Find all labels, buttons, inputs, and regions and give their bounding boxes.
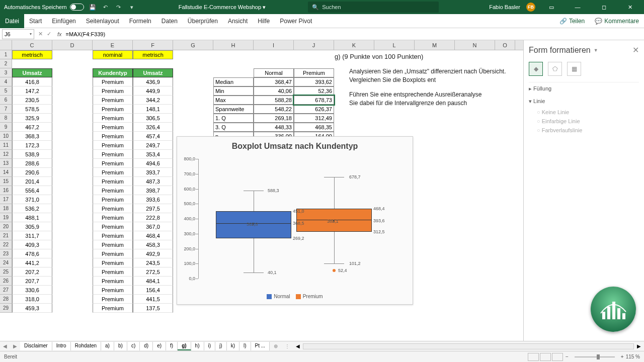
effects-icon[interactable]: ⬠ bbox=[548, 62, 562, 76]
cell[interactable]: 468,4 bbox=[133, 231, 173, 240]
zoom-in[interactable]: + bbox=[619, 354, 626, 359]
col-header-J[interactable]: J bbox=[294, 40, 334, 50]
cell[interactable]: nominal bbox=[93, 50, 133, 59]
cell[interactable]: Max bbox=[213, 96, 254, 105]
minimize-button[interactable]: — bbox=[568, 0, 588, 14]
accept-formula-icon[interactable]: ✓ bbox=[47, 31, 51, 37]
cell[interactable]: 269,18 bbox=[254, 114, 294, 123]
cell[interactable]: Premium bbox=[93, 213, 133, 222]
col-header-L[interactable]: L bbox=[374, 40, 415, 50]
cell[interactable]: 290,6 bbox=[12, 168, 52, 177]
view-normal[interactable] bbox=[528, 353, 539, 361]
save-icon[interactable]: 💾 bbox=[88, 3, 97, 12]
sheet-tab[interactable]: l) bbox=[239, 342, 251, 350]
cell[interactable]: 172,3 bbox=[12, 141, 52, 150]
row-header-24[interactable]: 24 bbox=[0, 258, 12, 267]
cell[interactable]: 478,6 bbox=[12, 249, 52, 258]
cell[interactable]: Umsatz bbox=[133, 68, 173, 77]
cell[interactable]: 492,9 bbox=[133, 249, 173, 258]
cell[interactable]: 393,6 bbox=[133, 195, 173, 204]
opt-solid-line[interactable]: Einfarbige Linie bbox=[529, 117, 639, 126]
tab-seitenlayout[interactable]: Seitenlayout bbox=[81, 14, 124, 28]
cell[interactable]: 409,3 bbox=[12, 240, 52, 249]
cell[interactable]: 325,9 bbox=[12, 114, 52, 123]
cell[interactable]: Premium bbox=[93, 204, 133, 213]
tab-ueberpruefen[interactable]: Überprüfen bbox=[183, 14, 223, 28]
spreadsheet-grid[interactable]: CDEFGHIJKLMNO 12345678910111213141516171… bbox=[0, 40, 523, 341]
row-header-6[interactable]: 6 bbox=[0, 96, 12, 105]
row-header-10[interactable]: 10 bbox=[0, 132, 12, 141]
cell[interactable]: Premium bbox=[93, 249, 133, 258]
cell[interactable]: 416,8 bbox=[12, 77, 52, 86]
cell[interactable]: 458,3 bbox=[133, 240, 173, 249]
search-box[interactable]: 🔍 Suchen bbox=[308, 2, 439, 13]
row-header-18[interactable]: 18 bbox=[0, 204, 12, 213]
sheet-tab[interactable]: k) bbox=[227, 342, 239, 350]
col-header-O[interactable]: O bbox=[495, 40, 515, 50]
cell[interactable]: 3. Q bbox=[213, 123, 254, 132]
sheet-tab[interactable]: j) bbox=[215, 342, 227, 350]
opt-gradient-line[interactable]: Farbverlaufslinie bbox=[529, 126, 639, 135]
cell[interactable]: Premium bbox=[93, 168, 133, 177]
row-header-15[interactable]: 15 bbox=[0, 177, 12, 186]
row-header-17[interactable]: 17 bbox=[0, 195, 12, 204]
row-header-13[interactable]: 13 bbox=[0, 159, 12, 168]
cell[interactable]: 222,8 bbox=[133, 213, 173, 222]
cell[interactable]: Premium bbox=[93, 277, 133, 286]
row-header-12[interactable]: 12 bbox=[0, 150, 12, 159]
boxplot-chart[interactable]: Boxplot Umsatz nach Kundentyp 0,0100,020… bbox=[177, 136, 413, 305]
cell[interactable]: 467,2 bbox=[12, 123, 52, 132]
qat-more-icon[interactable]: ▾ bbox=[127, 3, 136, 12]
section-line[interactable]: Linie bbox=[529, 95, 639, 108]
cell[interactable]: Median bbox=[213, 77, 254, 86]
cell[interactable]: 457,4 bbox=[133, 132, 173, 141]
cell[interactable]: 207,7 bbox=[12, 277, 52, 286]
cell[interactable]: 243,5 bbox=[133, 258, 173, 267]
cell[interactable]: 230,5 bbox=[12, 96, 52, 105]
cell[interactable]: 449,9 bbox=[133, 86, 173, 96]
pane-close-icon[interactable]: ✕ bbox=[632, 45, 639, 55]
tab-powerpivot[interactable]: Power Pivot bbox=[275, 14, 317, 28]
cell[interactable]: Premium bbox=[93, 295, 133, 304]
cell[interactable]: 330,6 bbox=[12, 286, 52, 295]
cell[interactable]: Premium bbox=[93, 186, 133, 195]
cell[interactable]: 448,33 bbox=[254, 123, 294, 132]
cell[interactable]: metrisch bbox=[12, 50, 52, 59]
col-header-D[interactable]: D bbox=[52, 40, 93, 50]
row-header-5[interactable]: 5 bbox=[0, 86, 12, 96]
cell[interactable]: Premium bbox=[93, 96, 133, 105]
cell[interactable]: Premium bbox=[93, 141, 133, 150]
cell[interactable]: Premium bbox=[93, 240, 133, 249]
cell[interactable]: 249,7 bbox=[133, 141, 173, 150]
col-header-E[interactable]: E bbox=[93, 40, 133, 50]
cell[interactable]: 148,1 bbox=[133, 105, 173, 114]
cell[interactable]: Premium bbox=[294, 68, 334, 77]
cell[interactable]: Premium bbox=[93, 267, 133, 277]
cell[interactable]: 468,35 bbox=[294, 123, 334, 132]
h-scrollbar[interactable] bbox=[303, 343, 634, 349]
cell[interactable]: 312,49 bbox=[294, 114, 334, 123]
sheet-tab[interactable]: Intro bbox=[52, 342, 71, 350]
cell[interactable]: metrisch bbox=[133, 50, 173, 59]
tab-nav-prev[interactable]: ◀ bbox=[0, 343, 10, 349]
view-pagebreak[interactable] bbox=[552, 353, 563, 361]
user-name[interactable]: Fabio Basler bbox=[489, 4, 520, 10]
section-fill[interactable]: Füllung bbox=[529, 82, 639, 95]
tab-datei[interactable]: Datei bbox=[0, 14, 24, 28]
cell[interactable]: Premium bbox=[93, 304, 133, 313]
tab-daten[interactable]: Daten bbox=[156, 14, 183, 28]
cell[interactable]: 441,2 bbox=[12, 258, 52, 267]
cell[interactable]: 288,6 bbox=[12, 159, 52, 168]
cell[interactable]: 137,5 bbox=[133, 304, 173, 313]
cell[interactable]: 272,5 bbox=[133, 267, 173, 277]
tab-formeln[interactable]: Formeln bbox=[124, 14, 156, 28]
view-layout[interactable] bbox=[540, 353, 551, 361]
row-header-19[interactable]: 19 bbox=[0, 213, 12, 222]
cell[interactable]: 297,5 bbox=[133, 204, 173, 213]
row-header-11[interactable]: 11 bbox=[0, 141, 12, 150]
row-header-4[interactable]: 4 bbox=[0, 77, 12, 86]
row-header-2[interactable]: 2 bbox=[0, 59, 12, 68]
redo-icon[interactable]: ↷ bbox=[114, 3, 123, 12]
cell[interactable]: Normal bbox=[254, 68, 294, 77]
col-header-H[interactable]: H bbox=[213, 40, 254, 50]
